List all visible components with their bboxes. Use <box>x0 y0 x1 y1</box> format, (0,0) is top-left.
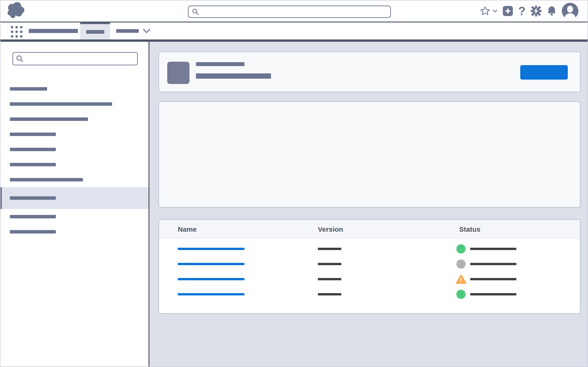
notifications-bell-icon[interactable] <box>547 6 557 17</box>
data-table-card: Name Version Status <box>158 219 580 314</box>
status-text-placeholder <box>470 248 516 250</box>
version-value-placeholder <box>318 293 341 295</box>
sidebar-item[interactable] <box>0 127 149 142</box>
version-value-placeholder <box>318 278 341 280</box>
avatar-body-shape <box>565 13 575 19</box>
primary-action-button[interactable] <box>520 65 568 80</box>
sidebar-search-input[interactable] <box>26 55 134 63</box>
status-text-placeholder <box>470 278 516 280</box>
table-row <box>159 287 580 302</box>
status-dot-icon <box>456 259 466 269</box>
table-row <box>159 257 580 272</box>
table-row <box>159 241 580 257</box>
sidebar-item[interactable] <box>0 111 149 127</box>
app-navigation-bar <box>0 22 588 42</box>
sidebar-nav-list <box>0 81 149 239</box>
page-header-card <box>158 52 580 92</box>
global-search <box>188 6 391 18</box>
search-icon <box>16 55 24 63</box>
entity-icon <box>167 62 190 84</box>
sidebar-item-label-placeholder <box>10 215 56 218</box>
sidebar-item-label-placeholder <box>10 133 56 136</box>
main-content: Name Version Status <box>149 42 588 367</box>
sidebar-item[interactable] <box>0 81 149 96</box>
column-header-status: Status <box>459 220 481 239</box>
status-dot-icon <box>456 244 466 253</box>
record-name-link-placeholder[interactable] <box>178 263 244 265</box>
version-value-placeholder <box>318 248 341 250</box>
record-name-link-placeholder[interactable] <box>178 293 244 295</box>
warning-triangle-icon <box>456 274 467 284</box>
user-avatar[interactable] <box>562 3 578 19</box>
table-header-row: Name Version Status <box>159 220 580 239</box>
page-title-placeholder <box>196 62 244 66</box>
sidebar-item[interactable] <box>0 172 149 187</box>
active-tab-label-placeholder <box>86 30 104 34</box>
column-header-version: Version <box>318 220 343 239</box>
add-plus-icon[interactable] <box>502 6 513 16</box>
sidebar-item-label-placeholder <box>10 178 83 181</box>
sidebar-item-label-placeholder <box>10 163 56 166</box>
status-cell <box>456 244 516 253</box>
content-panel-card <box>158 101 580 208</box>
sidebar-item[interactable] <box>0 96 149 111</box>
sidebar-item-label-placeholder <box>10 196 56 200</box>
status-text-placeholder <box>470 293 516 295</box>
sidebar-item-label-placeholder <box>10 230 56 234</box>
table-body <box>159 239 580 302</box>
status-dot-icon <box>456 290 466 299</box>
sidebar-item[interactable] <box>0 224 149 239</box>
nav-menu-label-placeholder <box>116 29 139 33</box>
sidebar-item[interactable] <box>0 157 149 172</box>
app-name-placeholder <box>29 29 78 33</box>
status-cell <box>456 259 516 269</box>
global-header: ? <box>0 0 588 22</box>
avatar-head-shape <box>567 6 573 13</box>
sidebar-item-label-placeholder <box>10 117 88 121</box>
sidebar-item-label-placeholder <box>10 102 112 106</box>
status-cell <box>456 275 516 284</box>
status-text-placeholder <box>470 263 516 265</box>
page-body: Name Version Status <box>0 42 588 367</box>
sidebar-item-label-placeholder <box>10 87 47 91</box>
app-window: ? <box>0 0 588 367</box>
sidebar-item[interactable] <box>0 187 149 209</box>
setup-sidebar <box>0 42 149 367</box>
status-cell <box>456 290 516 299</box>
page-subtitle-placeholder <box>196 73 271 79</box>
favorites-chevron-down-icon[interactable] <box>493 9 498 13</box>
nav-menu-item[interactable] <box>116 23 151 40</box>
table-row <box>159 272 580 287</box>
sidebar-item-label-placeholder <box>10 148 56 151</box>
help-icon[interactable]: ? <box>518 5 526 17</box>
active-nav-tab[interactable] <box>80 23 110 40</box>
global-search-input[interactable] <box>202 8 387 16</box>
nav-chevron-down-icon <box>142 28 151 34</box>
search-icon <box>192 8 199 15</box>
global-actions: ? <box>480 0 578 22</box>
favorites-star-icon[interactable] <box>480 6 490 16</box>
record-name-link-placeholder[interactable] <box>178 248 244 250</box>
record-name-link-placeholder[interactable] <box>178 278 244 280</box>
sidebar-item[interactable] <box>0 209 149 224</box>
app-launcher-icon[interactable] <box>11 26 23 38</box>
column-header-name: Name <box>178 220 197 239</box>
setup-gear-icon[interactable] <box>531 6 542 17</box>
sidebar-search <box>12 52 138 65</box>
sidebar-item[interactable] <box>0 142 149 157</box>
version-value-placeholder <box>318 263 341 265</box>
cloud-logo <box>6 1 25 19</box>
